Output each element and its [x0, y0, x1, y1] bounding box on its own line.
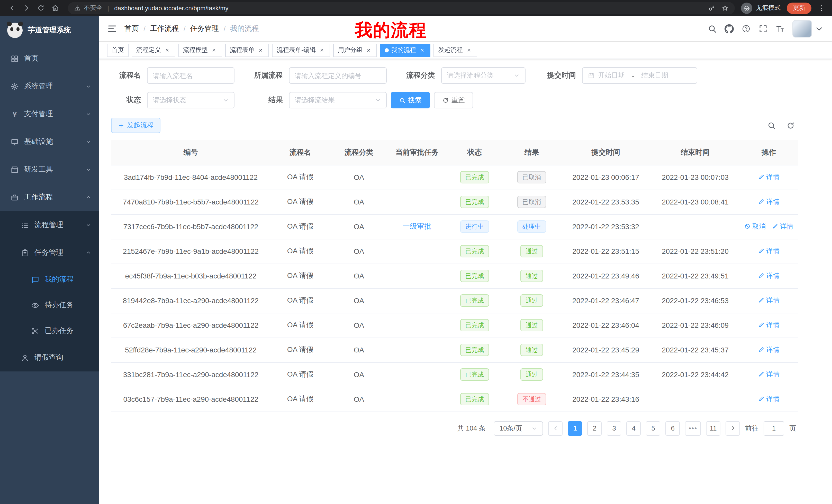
- pager-page-6[interactable]: 6: [666, 421, 680, 436]
- tab-2[interactable]: 流程模型×: [178, 44, 222, 57]
- goto-suffix: 页: [789, 424, 796, 433]
- sidebar-item-4[interactable]: 研发工具: [0, 156, 99, 184]
- key-icon[interactable]: [708, 4, 715, 11]
- sidebar-item-label: 基础设施: [24, 137, 53, 146]
- detail-link[interactable]: 详情: [772, 222, 794, 231]
- logo[interactable]: 芋道管理系统: [0, 16, 99, 45]
- pen: [758, 174, 765, 180]
- cell-id: 2152467e-7b9b-11ec-9a1b-acde48001122: [111, 239, 270, 263]
- github-icon[interactable]: [725, 24, 734, 33]
- close-icon[interactable]: ×: [465, 47, 473, 54]
- browser-home-button[interactable]: [48, 2, 62, 14]
- cancel-link[interactable]: 取消: [744, 222, 766, 231]
- chevron-up-icon: [85, 194, 92, 200]
- browser-back-button[interactable]: [5, 2, 19, 14]
- search-button[interactable]: 搜索: [391, 92, 430, 108]
- cell-end-time: 2022-01-22 23:46:09: [651, 313, 739, 338]
- sidebar-item-6[interactable]: 流程管理: [0, 211, 99, 239]
- reset-button[interactable]: 重置: [434, 92, 473, 108]
- close-icon[interactable]: ×: [419, 47, 426, 54]
- tab-5[interactable]: 用户分组×: [333, 44, 377, 57]
- pager-page-3[interactable]: 3: [607, 421, 621, 436]
- result-select[interactable]: 请选择流结果: [289, 92, 387, 108]
- process-name-field[interactable]: [147, 67, 234, 84]
- refresh-table-icon[interactable]: [786, 121, 795, 130]
- font-size-icon[interactable]: [775, 24, 785, 33]
- pager-page-5[interactable]: 5: [646, 421, 660, 436]
- browser-menu-icon[interactable]: [817, 4, 826, 12]
- tab-1[interactable]: 流程定义×: [132, 44, 175, 57]
- search-icon[interactable]: [707, 24, 717, 33]
- tab-3[interactable]: 流程表单×: [225, 44, 269, 57]
- user-menu[interactable]: [792, 20, 824, 37]
- create-process-button[interactable]: 发起流程: [111, 118, 160, 133]
- help-icon[interactable]: [742, 24, 751, 33]
- sidebar-item-0[interactable]: 首页: [0, 45, 99, 73]
- cell-task: [388, 288, 446, 313]
- sidebar-item-3[interactable]: 基础设施: [0, 128, 99, 156]
- cell-id: 819442e8-7b9a-11ec-a290-acde48001122: [111, 288, 270, 313]
- result-badge: 通过: [520, 344, 543, 356]
- toggle-search-icon[interactable]: [767, 121, 776, 130]
- fullscreen-icon[interactable]: [758, 24, 768, 33]
- sidebar-item-5[interactable]: 工作流程: [0, 184, 99, 211]
- sidebar-item-11[interactable]: 请假查询: [0, 344, 99, 371]
- sidebar-item-1[interactable]: 系统管理: [0, 73, 99, 100]
- category-select[interactable]: 请选择流程分类: [441, 67, 525, 84]
- pager-page-11[interactable]: 11: [706, 421, 721, 436]
- prev-page-button[interactable]: [548, 421, 563, 436]
- process-definition-input[interactable]: [295, 72, 381, 79]
- detail-link[interactable]: 详情: [758, 345, 780, 355]
- next-page-button[interactable]: [726, 421, 740, 436]
- tab-6[interactable]: 我的流程×: [380, 44, 431, 57]
- bookmark-star-icon[interactable]: [722, 4, 729, 11]
- filter-category-label: 流程分类: [397, 71, 435, 80]
- browser-forward-button[interactable]: [20, 2, 33, 14]
- pen: [758, 396, 765, 402]
- detail-link[interactable]: 详情: [758, 197, 780, 206]
- close-icon[interactable]: ×: [257, 47, 264, 54]
- pager-more[interactable]: •••: [685, 421, 701, 436]
- detail-link[interactable]: 详情: [758, 370, 780, 379]
- status-select[interactable]: 请选择状态: [147, 92, 234, 108]
- sidebar-item-10[interactable]: 已办任务: [0, 318, 99, 344]
- detail-link[interactable]: 详情: [758, 271, 780, 281]
- breadcrumb-item-workflow[interactable]: 工作流程: [150, 24, 179, 33]
- close-icon[interactable]: ×: [210, 47, 217, 54]
- date-range-picker[interactable]: 开始日期 - 结束日期: [582, 67, 697, 84]
- address-bar[interactable]: 不安全 | dashboard.yudao.iocoder.cn/bpm/tas…: [68, 2, 735, 14]
- close-icon[interactable]: ×: [318, 47, 326, 54]
- hamburger-icon[interactable]: [107, 23, 117, 34]
- detail-link[interactable]: 详情: [758, 296, 780, 305]
- task-link[interactable]: 一级审批: [402, 222, 432, 231]
- browser-reload-button[interactable]: [34, 2, 47, 14]
- sidebar-item-2[interactable]: ¥支付管理: [0, 100, 99, 128]
- update-button[interactable]: 更新: [787, 2, 811, 13]
- cell-category: OA: [330, 362, 388, 387]
- breadcrumb-item-home[interactable]: 首页: [125, 24, 139, 33]
- cell-id: 7317cec6-7b9b-11ec-b5b7-acde48001122: [111, 214, 270, 239]
- goto-page-input[interactable]: [763, 421, 784, 436]
- cell-operations: 取消详情: [739, 214, 798, 239]
- detail-link[interactable]: 详情: [758, 320, 780, 330]
- tab-4[interactable]: 流程表单-编辑×: [272, 44, 330, 57]
- close-icon[interactable]: ×: [163, 47, 171, 54]
- tab-7[interactable]: 发起流程×: [434, 44, 477, 57]
- sidebar-item-7[interactable]: 任务管理: [0, 239, 99, 267]
- breadcrumb-item-task[interactable]: 任务管理: [190, 24, 219, 33]
- pager-page-4[interactable]: 4: [627, 421, 641, 436]
- pager-page-1[interactable]: 1: [568, 421, 582, 436]
- process-definition-field[interactable]: [289, 67, 387, 84]
- pager-page-2[interactable]: 2: [588, 421, 602, 436]
- close-icon[interactable]: ×: [365, 47, 372, 54]
- arrow-right-icon: [22, 4, 30, 12]
- sidebar-item-8[interactable]: 我的流程: [0, 267, 99, 292]
- detail-link[interactable]: 详情: [758, 247, 780, 256]
- tab-0[interactable]: 首页: [107, 44, 129, 57]
- page-size-select[interactable]: 10条/页: [494, 421, 543, 436]
- cell-operations: 详情: [739, 313, 798, 338]
- detail-link[interactable]: 详情: [758, 395, 780, 404]
- detail-link[interactable]: 详情: [758, 173, 780, 182]
- sidebar-item-9[interactable]: 待办任务: [0, 292, 99, 318]
- process-name-input[interactable]: [153, 72, 229, 79]
